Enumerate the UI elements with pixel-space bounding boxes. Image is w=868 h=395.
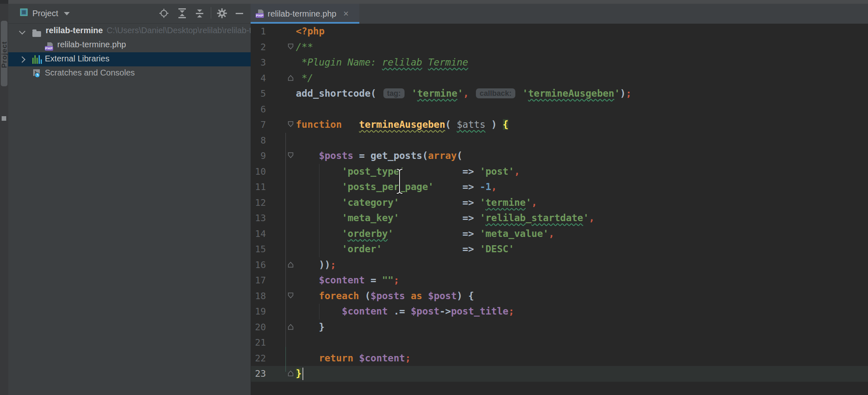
- stripe-square-icon[interactable]: [2, 116, 6, 121]
- gutter-line-number[interactable]: 20: [251, 319, 266, 335]
- fold-collapse-icon[interactable]: [288, 152, 294, 159]
- gutter-line-number[interactable]: 16: [251, 257, 266, 273]
- code-line[interactable]: $posts = get_posts(array(: [296, 148, 463, 164]
- project-view-icon: [20, 8, 28, 18]
- code-token: orderby: [348, 228, 388, 239]
- hide-panel-button[interactable]: [233, 7, 246, 20]
- code-token: "": [382, 275, 394, 285]
- code-token: =>: [463, 212, 480, 223]
- gutter-line-number[interactable]: 12: [251, 195, 266, 211]
- code-line[interactable]: return $content;: [296, 351, 411, 366]
- tab-relilab-termine[interactable]: PHP relilab-termine.php ✕: [251, 4, 359, 24]
- code-token: [382, 244, 463, 254]
- gutter-line-number[interactable]: 4: [251, 71, 266, 86]
- project-root-path: C:\Users\Daniel\Desktop\relilab\relilab-…: [107, 26, 251, 35]
- gutter-line-number[interactable]: 15: [251, 241, 266, 257]
- tab-title: relilab-termine.php: [268, 9, 336, 19]
- code-line[interactable]: <?php: [296, 24, 324, 39]
- gutter-line-number[interactable]: 3: [251, 55, 266, 71]
- code-line[interactable]: 'meta_key' => 'relilab_startdate',: [296, 210, 595, 226]
- locate-file-button[interactable]: [158, 7, 170, 20]
- gutter-line-number[interactable]: 22: [251, 351, 266, 366]
- gutter-line-number[interactable]: 8: [251, 133, 266, 149]
- fold-end-icon[interactable]: [288, 261, 294, 268]
- ide-window: Project Project: [0, 0, 868, 395]
- code-token: ': [457, 88, 463, 99]
- gutter-line-number[interactable]: 21: [251, 335, 266, 351]
- gutter-line-number[interactable]: 10: [251, 164, 266, 180]
- code-token: [296, 150, 319, 161]
- gutter-line-number[interactable]: 13: [251, 210, 266, 226]
- gutter-line-number[interactable]: 5: [251, 86, 266, 102]
- project-root-name: relilab-termine: [46, 26, 103, 35]
- code-token: termine: [417, 88, 457, 99]
- code-line[interactable]: *Plugin Name: relilab Termine: [296, 55, 468, 71]
- gutter-line-number[interactable]: 19: [251, 304, 266, 319]
- fold-end-icon[interactable]: [288, 370, 294, 377]
- gutter-line-number[interactable]: 9: [251, 148, 266, 164]
- scratches-label: Scratches and Consoles: [45, 68, 135, 78]
- collapse-all-button[interactable]: [176, 7, 188, 20]
- code-line[interactable]: 'order' => 'DESC': [296, 241, 514, 257]
- fold-end-icon[interactable]: [288, 74, 294, 81]
- chevron-down-icon[interactable]: [19, 28, 26, 35]
- code-line[interactable]: /**: [296, 39, 313, 55]
- code-token: [406, 88, 412, 99]
- chevron-right-icon[interactable]: [19, 56, 26, 63]
- gutter-line-number[interactable]: 14: [251, 226, 266, 242]
- tree-row-project-root[interactable]: relilab-termine C:\Users\Daniel\Desktop\…: [8, 24, 251, 38]
- code-line[interactable]: add_shortcode( tag: 'termine', callback:…: [296, 86, 631, 102]
- code-line[interactable]: $content = "";: [296, 273, 399, 288]
- code-token: (: [445, 119, 457, 130]
- code-token: $content: [319, 275, 365, 285]
- code-line[interactable]: 'orderby' => 'meta_value',: [296, 226, 554, 242]
- gutter-line-number[interactable]: 7: [251, 117, 266, 133]
- tree-row-external-libraries[interactable]: External Libraries: [8, 52, 251, 66]
- code-editor[interactable]: 1234567891011121314151617181920212223 <?…: [251, 24, 868, 395]
- gear-icon[interactable]: [216, 7, 228, 20]
- code-token: $post: [428, 290, 457, 301]
- code-token: ;: [626, 88, 631, 99]
- gutter-line-number[interactable]: 18: [251, 288, 266, 304]
- code-token: 'meta_key': [342, 212, 399, 223]
- code-token: 'DESC': [480, 244, 514, 254]
- fold-collapse-icon[interactable]: [288, 121, 294, 128]
- gutter-line-number[interactable]: 23: [251, 366, 266, 382]
- gutter-line-number[interactable]: 11: [251, 179, 266, 195]
- code-line[interactable]: }: [296, 366, 302, 382]
- code-line[interactable]: foreach ($posts as $post) {: [296, 288, 474, 304]
- code-line[interactable]: ));: [296, 257, 336, 273]
- code-line[interactable]: 'post_type' => 'post',: [296, 164, 520, 180]
- gutter-line-number[interactable]: 1: [251, 24, 266, 39]
- code-token: 'category': [342, 197, 399, 208]
- code-token: ,: [589, 212, 595, 223]
- code-line[interactable]: $content .= $post->post_title;: [296, 304, 514, 319]
- panel-title[interactable]: Project: [32, 9, 58, 18]
- project-panel: Project: [8, 4, 251, 395]
- gutter-line-number[interactable]: 6: [251, 102, 266, 117]
- chevron-down-icon[interactable]: [64, 12, 70, 15]
- project-stripe-label[interactable]: Project: [0, 26, 7, 84]
- code-line[interactable]: }: [296, 319, 324, 335]
- fold-collapse-icon[interactable]: [288, 43, 294, 50]
- code-token: $post: [411, 306, 439, 317]
- gutter-line-number[interactable]: 2: [251, 39, 266, 55]
- tree-row-scratches[interactable]: Scratches and Consoles: [8, 66, 251, 80]
- code-token: {: [468, 290, 474, 301]
- code-token: [422, 290, 428, 301]
- fold-collapse-icon[interactable]: [288, 292, 294, 299]
- close-icon[interactable]: ✕: [343, 10, 349, 18]
- fold-region-line: [285, 133, 286, 372]
- tree-row-php-file[interactable]: PHP relilab-termine.php: [8, 38, 251, 52]
- editor-tab-bar: PHP relilab-termine.php ✕: [251, 4, 868, 24]
- code-token: relilab: [382, 57, 422, 68]
- expand-all-button[interactable]: [193, 7, 206, 20]
- code-token: ;: [508, 306, 514, 317]
- code-line[interactable]: 'category' => 'termine',: [296, 195, 537, 211]
- fold-end-icon[interactable]: [288, 323, 294, 330]
- code-token: [405, 166, 462, 177]
- code-token: ': [388, 228, 394, 239]
- code-line[interactable]: function termineAusgeben( $atts ) {: [296, 117, 508, 133]
- code-line[interactable]: */: [296, 71, 313, 86]
- gutter-line-number[interactable]: 17: [251, 273, 266, 288]
